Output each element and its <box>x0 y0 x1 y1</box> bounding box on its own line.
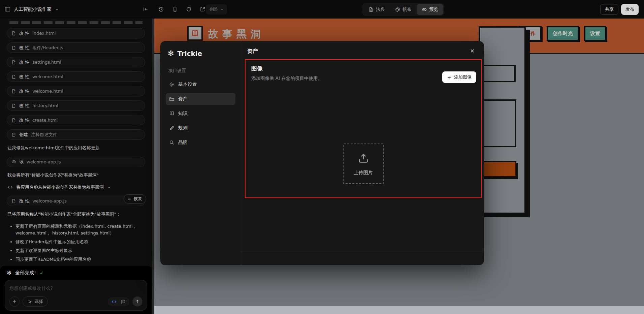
mobile-device-icon[interactable] <box>172 6 178 12</box>
share-button[interactable]: 共享 <box>600 4 618 15</box>
project-title[interactable]: 人工智能小说作家 <box>14 6 52 12</box>
restore-button[interactable]: 恢复 <box>124 194 146 203</box>
publish-button[interactable]: 发布 <box>621 4 639 15</box>
modal-footer <box>241 252 484 265</box>
modal-nav-basic-settings[interactable]: 基本设置 <box>166 78 235 91</box>
select-label: 选择 <box>34 299 43 305</box>
collapse-panel-icon[interactable] <box>143 6 149 12</box>
eye-icon <box>422 7 427 12</box>
select-element-button[interactable]: 选择 <box>23 296 48 307</box>
history-icon[interactable] <box>158 6 164 12</box>
file-action-chip[interactable]: 改 性 welcome-app.js 恢复 <box>7 196 145 206</box>
send-button[interactable] <box>132 296 142 307</box>
chat-sidebar: 改 性 index.html 改 性 组件/Header.js 改 性 sett… <box>0 19 152 314</box>
modal-nav-label: 基本设置 <box>178 82 197 88</box>
action-target: 组件/Header.js <box>32 45 63 51</box>
app-window: 人工智能小说作家 创造 <box>0 0 644 314</box>
trickle-logo-icon: ✻ <box>168 49 174 58</box>
chevron-down-icon <box>220 8 224 11</box>
plus-icon <box>447 75 451 80</box>
section-label: 项目设置 <box>168 68 235 74</box>
site-nav: 创作 创作时光 设置 <box>519 26 606 41</box>
code-file-icon <box>368 7 374 12</box>
attach-button[interactable] <box>9 296 20 307</box>
check-icon: ✓ <box>40 270 44 276</box>
palette-icon <box>395 7 400 12</box>
chevron-down-icon[interactable] <box>55 7 59 11</box>
file-action-chip[interactable]: 改 性 create.html <box>7 115 145 125</box>
trickle-flower-icon: ✻ <box>7 270 11 276</box>
tab-label: 法典 <box>376 6 385 12</box>
create-dropdown[interactable]: 创造 <box>206 4 227 14</box>
modal-nav-assets[interactable]: 资产 <box>166 93 235 105</box>
summary-bullet: 修改了Header组件中显示的应用名称 <box>15 239 145 245</box>
page-form-card <box>479 26 526 214</box>
action-target: welcome-app.js <box>32 198 67 203</box>
modal-nav-rules[interactable]: 规则 <box>166 122 235 134</box>
truncated-message-line <box>9 21 142 24</box>
plus-icon <box>12 299 17 304</box>
file-icon <box>11 103 16 108</box>
site-nav-settings[interactable]: 设置 <box>584 26 606 41</box>
tab-label: 预览 <box>429 6 438 12</box>
chat-composer: ✻ 全部完成! ✓ 选择 <box>0 266 152 314</box>
file-action-chip[interactable]: 改 性 history.html <box>7 100 145 111</box>
upload-dropzone[interactable]: 上传图片 <box>343 144 384 184</box>
sidebar-toggle-icon[interactable] <box>5 6 10 12</box>
action-label: 创建 <box>19 132 28 138</box>
read-action-chip[interactable]: 读 welcome-app.js <box>7 157 145 167</box>
modal-nav-knowledge[interactable]: 知识 <box>166 107 235 120</box>
action-label: 改 性 <box>19 88 29 94</box>
file-action-chip[interactable]: 创建 注释自述文件 <box>7 129 145 140</box>
status-text: 全部完成! <box>15 270 36 276</box>
file-icon <box>11 199 16 203</box>
assistant-message: 让我修复welcome.html文件中的应用名称更新 <box>7 145 144 151</box>
upload-icon <box>357 152 370 164</box>
cursor-select-icon <box>27 299 32 304</box>
composer-mode-pill <box>108 297 129 306</box>
images-heading: 图像 <box>251 65 263 72</box>
file-action-chip[interactable]: 改 性 index.html <box>7 28 145 38</box>
modal-nav-label: 品牌 <box>178 139 188 146</box>
summary-bullet: 同步更新了README文档中的应用名称 <box>15 256 145 263</box>
prompt-input-box: 选择 <box>5 280 147 311</box>
modal-nav-brand[interactable]: 品牌 <box>166 136 235 149</box>
add-image-button[interactable]: 添加图像 <box>442 71 476 83</box>
eye-icon <box>11 159 16 164</box>
action-label: 改 性 <box>19 103 29 109</box>
upload-label: 上传图片 <box>354 170 373 176</box>
file-icon <box>11 45 16 50</box>
tab-label: 帆布 <box>402 6 412 12</box>
arrow-up-icon <box>135 299 140 304</box>
modal-nav-label: 知识 <box>178 111 188 117</box>
add-image-label: 添加图像 <box>454 74 472 80</box>
file-action-chip[interactable]: 改 性 settings.html <box>7 57 145 67</box>
page-bottom-strip <box>154 306 644 314</box>
close-icon[interactable]: ✕ <box>470 48 475 54</box>
file-action-chip[interactable]: 改 性 组件/Header.js <box>7 42 145 53</box>
action-label: 改 性 <box>19 45 29 51</box>
action-target: history.html <box>32 103 58 108</box>
modal-nav-label: 规则 <box>178 125 188 131</box>
file-action-chip[interactable]: 改 性 welcome.html <box>7 71 145 82</box>
site-nav-history[interactable]: 创作时光 <box>547 26 579 41</box>
book-icon <box>169 111 174 116</box>
chat-bubble-icon[interactable] <box>121 299 126 304</box>
project-settings-modal: ✻ Trickle 项目设置 基本设置 资产 知识 规则 品 <box>160 41 484 265</box>
tab-canvas[interactable]: 帆布 <box>390 4 417 15</box>
assistant-message: 我会将所有"智能小说创作家"替换为"故事黑洞" <box>7 172 144 179</box>
gear-icon <box>169 82 174 87</box>
external-link-icon[interactable] <box>200 6 205 12</box>
file-action-chip[interactable]: 改 性 welcome.html <box>7 86 145 96</box>
prompt-input[interactable] <box>9 285 142 291</box>
tab-codex[interactable]: 法典 <box>363 4 390 15</box>
create-dropdown-label: 创造 <box>210 6 218 12</box>
code-icon <box>7 185 13 190</box>
refresh-icon[interactable] <box>186 6 192 12</box>
code-step-row[interactable]: 将应用名称从智能小说创作家替换为故事黑洞 <box>7 184 144 190</box>
tab-preview[interactable]: 预览 <box>417 4 443 15</box>
summary-bullet: 更新了欢迎页面的主标题显示 <box>15 247 145 254</box>
brand-row: ✻ Trickle <box>168 49 235 58</box>
code-mode-icon[interactable] <box>111 299 117 304</box>
annotation-highlight-rect: 图像 添加图像供 AI 在您的项目中使用。 添加图像 上传图片 <box>245 59 482 198</box>
